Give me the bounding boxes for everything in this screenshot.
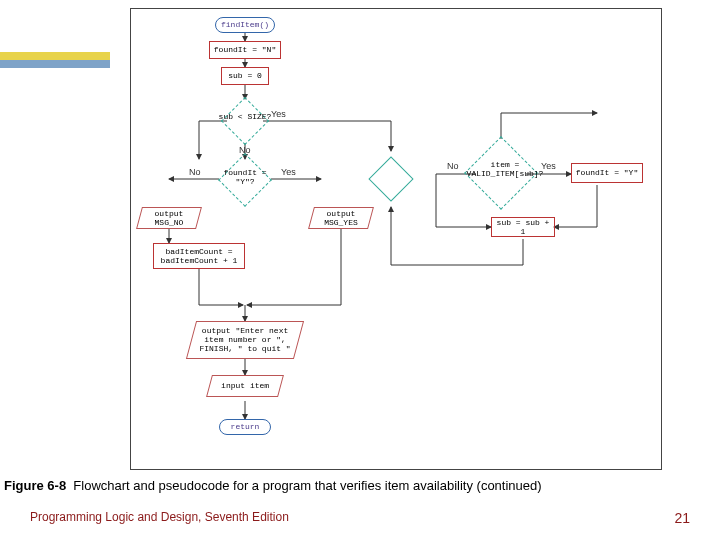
loop-connector xyxy=(368,156,413,201)
label-yes-3: Yes xyxy=(541,161,556,171)
label-yes-2: Yes xyxy=(281,167,296,177)
process-set-found: foundIt = "Y" xyxy=(571,163,643,183)
decision-match-text: item = VALID_ITEM[sub]? xyxy=(465,161,545,179)
start-terminator: findItem() xyxy=(215,17,275,33)
process-inc-sub: sub = sub + 1 xyxy=(491,217,555,237)
output-prompt: output "Enter next item number or ", FIN… xyxy=(186,321,304,359)
process-init-sub: sub = 0 xyxy=(221,67,269,85)
label-yes-1: Yes xyxy=(271,109,286,119)
footer-book-title: Programming Logic and Design, Seventh Ed… xyxy=(30,510,289,524)
label-no-1: No xyxy=(239,145,251,155)
return-terminator: return xyxy=(219,419,271,435)
process-inc-bad: badItemCount = badItemCount + 1 xyxy=(153,243,245,269)
figure-caption: Figure 6-8 Flowchart and pseudocode for … xyxy=(4,478,718,493)
label-no-2: No xyxy=(189,167,201,177)
output-msg-yes: output MSG_YES xyxy=(308,207,374,229)
output-msg-no: output MSG_NO xyxy=(136,207,202,229)
label-no-3: No xyxy=(447,161,459,171)
input-item: input item xyxy=(206,375,284,397)
flowchart-canvas: findItem() foundIt = "N" sub = 0 sub < S… xyxy=(130,8,662,470)
decision-foundit-text: foundIt = "Y"? xyxy=(215,169,275,187)
footer-page-number: 21 xyxy=(674,510,690,526)
process-init-found: foundIt = "N" xyxy=(209,41,281,59)
decision-size-text: sub < SIZE? xyxy=(215,113,275,122)
